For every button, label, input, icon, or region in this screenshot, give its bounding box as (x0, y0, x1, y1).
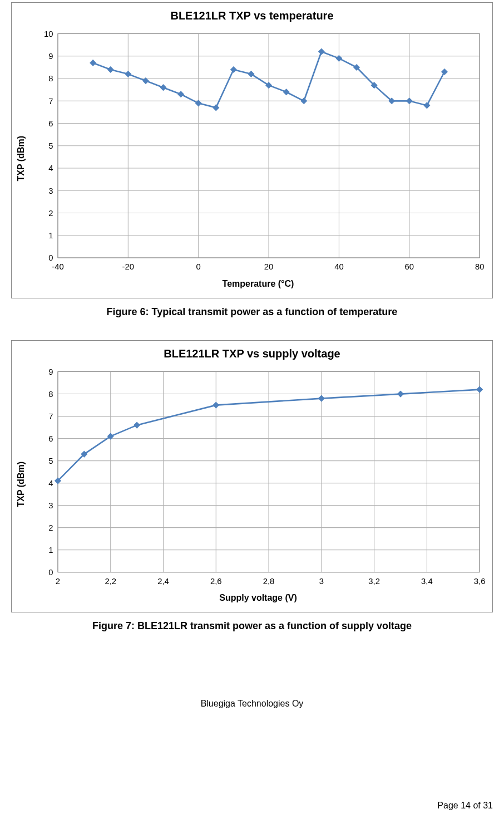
chart2-box: BLE121LR TXP vs supply voltage TXP (dBm)… (11, 340, 493, 612)
svg-marker-39 (442, 69, 448, 75)
svg-text:4: 4 (48, 479, 53, 488)
svg-text:9: 9 (48, 367, 53, 376)
svg-marker-20 (107, 67, 113, 73)
document-page: BLE121LR TXP vs temperature TXP (dBm) 01… (0, 2, 504, 814)
svg-text:2,8: 2,8 (263, 577, 275, 586)
svg-marker-83 (319, 395, 325, 401)
svg-text:0: 0 (48, 568, 53, 577)
svg-text:3,2: 3,2 (368, 577, 380, 586)
svg-text:9: 9 (48, 52, 53, 61)
svg-text:-40: -40 (52, 262, 63, 271)
svg-text:2,4: 2,4 (157, 577, 169, 586)
svg-marker-85 (477, 386, 483, 393)
chart1-plot-col: 012345678910-40-20020406080 Temperature … (28, 28, 488, 289)
svg-text:6: 6 (48, 119, 53, 128)
svg-marker-81 (134, 422, 140, 428)
chart1-xlabel: Temperature (°C) (28, 279, 488, 289)
svg-text:5: 5 (48, 457, 53, 465)
svg-text:3: 3 (48, 187, 53, 195)
svg-text:1: 1 (48, 231, 53, 240)
svg-marker-23 (160, 85, 166, 91)
svg-text:60: 60 (405, 262, 414, 271)
svg-marker-31 (301, 98, 307, 104)
chart2-xlabel: Supply voltage (V) (28, 593, 488, 603)
chart1-ylabel: TXP (dBm) (16, 136, 26, 181)
chart2-ylabel: TXP (dBm) (16, 462, 26, 507)
svg-text:40: 40 (334, 262, 343, 271)
svg-text:20: 20 (264, 262, 273, 271)
svg-marker-27 (231, 67, 237, 73)
svg-marker-19 (90, 60, 96, 66)
svg-text:5: 5 (48, 141, 53, 150)
svg-marker-21 (125, 71, 131, 77)
svg-text:7: 7 (48, 97, 53, 106)
chart2-svg: 012345678922,22,42,62,833,23,43,6 (28, 366, 488, 590)
chart1-svg: 012345678910-40-20020406080 (28, 28, 488, 276)
svg-marker-24 (178, 91, 184, 97)
chart2-wrap: TXP (dBm) 012345678922,22,42,62,833,23,4… (16, 366, 488, 603)
svg-marker-37 (407, 98, 413, 104)
svg-text:2: 2 (56, 577, 60, 586)
chart2-plot-col: 012345678922,22,42,62,833,23,43,6 Supply… (28, 366, 488, 603)
svg-text:8: 8 (48, 74, 53, 83)
chart1-title: BLE121LR TXP vs temperature (16, 9, 488, 22)
svg-text:0: 0 (196, 262, 201, 271)
chart2-caption: Figure 7: BLE121LR transmit power as a f… (11, 620, 493, 632)
svg-text:1: 1 (48, 546, 53, 555)
svg-text:10: 10 (44, 30, 53, 38)
svg-text:2: 2 (48, 209, 53, 218)
svg-marker-26 (213, 105, 219, 111)
svg-text:0: 0 (48, 253, 53, 262)
svg-text:80: 80 (475, 262, 484, 271)
svg-text:3,6: 3,6 (474, 577, 486, 586)
svg-marker-38 (424, 102, 430, 109)
svg-text:2,2: 2,2 (105, 577, 116, 586)
footer-company: Bluegiga Technologies Oy (11, 699, 493, 709)
svg-marker-30 (283, 89, 289, 95)
svg-text:2,6: 2,6 (210, 577, 222, 586)
svg-text:4: 4 (48, 164, 53, 173)
svg-marker-82 (213, 402, 219, 408)
svg-text:6: 6 (48, 434, 53, 443)
svg-marker-84 (398, 391, 404, 397)
svg-marker-32 (319, 48, 325, 55)
chart2-title: BLE121LR TXP vs supply voltage (16, 347, 488, 360)
footer-page: Page 14 of 31 (437, 801, 493, 811)
svg-text:3: 3 (48, 501, 53, 510)
svg-text:7: 7 (48, 412, 53, 421)
svg-text:-20: -20 (122, 262, 134, 271)
svg-text:3,4: 3,4 (421, 577, 433, 586)
chart1-box: BLE121LR TXP vs temperature TXP (dBm) 01… (11, 2, 493, 298)
chart1-wrap: TXP (dBm) 012345678910-40-20020406080 Te… (16, 28, 488, 289)
svg-text:8: 8 (48, 390, 53, 399)
svg-text:2: 2 (48, 523, 53, 532)
svg-text:3: 3 (319, 577, 324, 586)
chart1-caption: Figure 6: Typical transmit power as a fu… (11, 306, 493, 318)
